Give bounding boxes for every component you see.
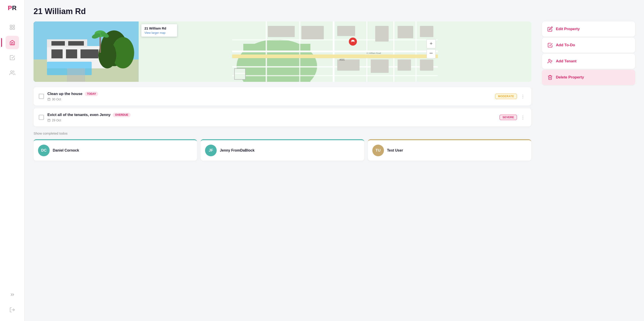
- svg-rect-28: [232, 39, 438, 40]
- edit-property-button[interactable]: Edit Property: [542, 22, 635, 37]
- delete-property-button[interactable]: Delete Property: [542, 70, 635, 85]
- tenant-card-jf: JF Jenny FromDaBlock: [200, 139, 364, 161]
- svg-point-67: [548, 59, 550, 61]
- more-button-2[interactable]: ⋮: [520, 114, 526, 121]
- svg-rect-30: [232, 75, 438, 76]
- svg-rect-57: [235, 69, 245, 79]
- todo-title-row-2: Evict all of the tenants, even Jenny OVE…: [48, 113, 496, 117]
- svg-rect-34: [366, 22, 368, 82]
- more-button-1[interactable]: ⋮: [520, 93, 526, 100]
- add-todo-label: Add To-Do: [556, 43, 575, 48]
- logout-icon: [10, 307, 15, 313]
- sidebar-item-tenants[interactable]: [6, 66, 19, 80]
- todo-date-2: 29 Oct: [48, 118, 496, 122]
- edit-icon: [548, 26, 553, 32]
- svg-rect-38: [268, 26, 295, 37]
- todo-card: Clean up the house TODAY 30 Oct: [34, 87, 531, 106]
- svg-rect-43: [420, 26, 433, 37]
- svg-rect-10: [52, 50, 62, 58]
- severity-badge-1: MODERATE: [495, 94, 517, 99]
- tenant-avatar-dc: DC: [38, 145, 50, 156]
- home-icon: [10, 40, 15, 46]
- map-view-larger[interactable]: View larger map: [144, 31, 174, 34]
- sidebar-item-logout[interactable]: [6, 303, 19, 316]
- sidebar-bottom: [6, 288, 19, 316]
- svg-rect-33: [333, 22, 334, 82]
- right-panel: Edit Property Add To-Do: [537, 22, 635, 85]
- todo-right-1: MODERATE ⋮: [495, 93, 526, 100]
- svg-rect-12: [80, 50, 98, 58]
- tenant-avatar-jf: JF: [205, 145, 217, 156]
- svg-rect-23: [67, 68, 85, 82]
- todo-badge-2: OVERDUE: [113, 113, 130, 117]
- svg-rect-3: [13, 28, 14, 30]
- svg-text:−: −: [429, 50, 433, 56]
- todo-content-1: Clean up the house TODAY 30 Oct: [48, 92, 492, 101]
- svg-rect-59: [48, 98, 50, 100]
- svg-rect-0: [10, 25, 12, 27]
- svg-rect-27: [232, 50, 438, 52]
- svg-rect-40: [337, 26, 355, 36]
- chevrons-right-icon: [10, 292, 15, 298]
- map-image: A501 21 William Road + −: [139, 22, 531, 82]
- edit-property-label: Edit Property: [556, 27, 580, 31]
- map-pin: [349, 38, 357, 46]
- svg-rect-14: [68, 41, 84, 46]
- svg-rect-58: [235, 73, 245, 74]
- delete-icon: [548, 75, 553, 80]
- svg-rect-31: [266, 22, 267, 82]
- todo-checkbox-1[interactable]: [39, 94, 44, 99]
- todos-section: Clean up the house TODAY 30 Oct: [34, 87, 531, 138]
- tenants-section: DC Daniel Cornock JF Jenny FromDaBlock T…: [34, 139, 531, 161]
- todo-title-row-1: Clean up the house TODAY: [48, 92, 492, 96]
- add-todo-button[interactable]: Add To-Do: [542, 38, 635, 53]
- sidebar-item-dashboard[interactable]: [6, 20, 19, 34]
- svg-point-4: [10, 71, 12, 73]
- sidebar-item-todos[interactable]: [6, 51, 19, 64]
- svg-rect-2: [10, 28, 12, 30]
- svg-rect-46: [398, 60, 411, 71]
- tenant-name-jf: Jenny FromDaBlock: [220, 148, 254, 152]
- show-completed-todos[interactable]: Show completed todos: [34, 129, 531, 138]
- tenant-name-tu: Test User: [387, 148, 403, 152]
- todo-content-2: Evict all of the tenants, even Jenny OVE…: [48, 113, 496, 122]
- svg-rect-63: [48, 119, 50, 122]
- svg-rect-41: [375, 26, 389, 42]
- svg-rect-13: [52, 41, 65, 46]
- severity-badge-2: SEVERE: [500, 115, 517, 120]
- svg-text:A501: A501: [340, 58, 345, 61]
- sidebar-item-expand[interactable]: [6, 288, 19, 301]
- tenant-card-tu: TU Test User: [368, 139, 531, 161]
- todo-right-2: SEVERE ⋮: [500, 114, 526, 121]
- todo-badge-1: TODAY: [85, 92, 98, 96]
- top-section: 21 William Rd View larger map: [34, 22, 531, 82]
- property-photo: [34, 22, 139, 82]
- add-tenant-icon: [548, 58, 553, 64]
- map-container: 21 William Rd View larger map: [139, 22, 531, 82]
- svg-rect-1: [13, 25, 14, 27]
- svg-text:+: +: [430, 41, 433, 46]
- add-tenant-button[interactable]: Add Tenant: [542, 54, 635, 69]
- svg-point-18: [98, 42, 116, 68]
- tenant-name-dc: Daniel Cornock: [53, 148, 79, 152]
- svg-rect-36: [416, 22, 416, 82]
- calendar-icon-1: [48, 98, 50, 101]
- users-icon: [10, 70, 15, 76]
- map-popup: 21 William Rd View larger map: [141, 24, 177, 37]
- svg-rect-37: [232, 54, 438, 58]
- house-image: [34, 22, 139, 82]
- svg-rect-19: [100, 35, 101, 53]
- todo-date-1: 30 Oct: [48, 98, 492, 101]
- sidebar: PR: [0, 0, 24, 321]
- svg-rect-45: [371, 60, 389, 73]
- actions-panel: Edit Property Add To-Do: [542, 22, 635, 85]
- todo-card-2: Evict all of the tenants, even Jenny OVE…: [34, 108, 531, 126]
- sidebar-item-properties[interactable]: [6, 36, 19, 49]
- todo-checkbox-2[interactable]: [39, 115, 44, 120]
- svg-rect-39: [302, 26, 324, 39]
- page-title: 21 William Rd: [34, 7, 635, 16]
- add-tenant-label: Add Tenant: [556, 59, 576, 64]
- add-todo-icon: [548, 42, 553, 48]
- todo-title-2: Evict all of the tenants, even Jenny: [48, 113, 110, 117]
- content-area: 21 William Rd View larger map: [34, 22, 635, 161]
